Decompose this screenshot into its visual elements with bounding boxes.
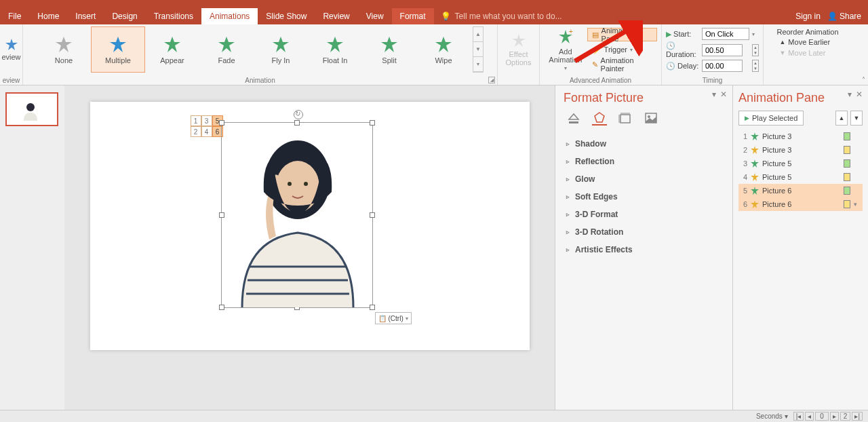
chevron-down-icon: ▾ <box>406 315 408 322</box>
tab-transitions[interactable]: Transitions <box>146 8 201 24</box>
animation-gallery[interactable]: NoneMultipleAppearFadeFly InFloat InSpli… <box>37 26 484 73</box>
section-shadow[interactable]: Shadow <box>564 135 724 153</box>
tab-review[interactable]: Review <box>315 8 357 24</box>
anim-list-item-4[interactable]: 4Picture 5 <box>738 170 863 184</box>
animation-order-tags: 1 3 5 2 4 6 <box>191 115 223 137</box>
anim-list-item-3[interactable]: 3Picture 5 <box>738 157 863 170</box>
pane-options-icon[interactable]: ▾ <box>712 90 716 99</box>
svg-marker-34 <box>751 200 759 208</box>
share-icon: 👤 <box>827 12 837 21</box>
animation-multiple[interactable]: Multiple <box>91 26 145 73</box>
tab-format[interactable]: Format <box>392 8 434 24</box>
tab-file[interactable]: File <box>0 8 29 24</box>
timeline-nav[interactable]: |◂ ◂ 0 ▸ 2 ▸| <box>793 412 863 421</box>
section-glow[interactable]: Glow <box>564 170 724 188</box>
animation-none[interactable]: None <box>37 26 91 73</box>
lightbulb-icon: 💡 <box>441 12 451 21</box>
tab-home[interactable]: Home <box>29 8 67 24</box>
animation-group-label: Animation <box>23 77 497 84</box>
size-props-icon[interactable] <box>618 111 633 126</box>
start-dropdown-arrow[interactable]: ▾ <box>752 31 759 37</box>
tab-animations[interactable]: Animations <box>201 8 258 24</box>
trigger-icon: ⚡ <box>592 45 601 54</box>
fill-line-icon[interactable] <box>566 111 581 126</box>
section-soft-edges[interactable]: Soft Edges <box>564 188 724 206</box>
preview-button[interactable]: eview <box>1 26 22 73</box>
animation-fly-in[interactable]: Fly In <box>254 26 308 73</box>
start-dropdown[interactable] <box>702 28 749 40</box>
effects-icon[interactable] <box>592 111 607 126</box>
section-3-d-format[interactable]: 3-D Format <box>564 206 724 223</box>
preview-group-label: eview <box>0 77 22 84</box>
animation-float-in[interactable]: Float In <box>308 26 362 73</box>
slide-thumbnail-1[interactable] <box>5 92 58 126</box>
play-icon: ▶ <box>745 115 749 121</box>
section-artistic-effects[interactable]: Artistic Effects <box>564 241 724 258</box>
animation-list: 1Picture 32Picture 33Picture 54Picture 5… <box>738 130 863 211</box>
slide-canvas-area[interactable]: 1 3 5 2 4 6 <box>64 85 555 410</box>
section-3-d-rotation[interactable]: 3-D Rotation <box>564 223 724 241</box>
move-down-button[interactable]: ▼ <box>850 111 863 126</box>
resize-handle-tr[interactable] <box>370 120 375 126</box>
tab-design[interactable]: Design <box>104 8 145 24</box>
tab-insert[interactable]: Insert <box>67 8 104 24</box>
tell-me-placeholder: Tell me what you want to do... <box>455 12 562 21</box>
trigger-button[interactable]: ⚡ Trigger▾ <box>587 43 657 56</box>
delay-label: 🕓 Delay: <box>666 62 699 71</box>
pane-options-icon[interactable]: ▾ <box>848 90 852 99</box>
animation-fade[interactable]: Fade <box>199 26 254 73</box>
svg-marker-2 <box>110 37 126 52</box>
paste-options-popup[interactable]: 📋 (Ctrl) ▾ <box>375 312 412 324</box>
animation-split[interactable]: Split <box>362 26 416 73</box>
tab-view[interactable]: View <box>358 8 392 24</box>
animation-pane-button[interactable]: ▤ Animation Pane <box>587 28 657 41</box>
format-picture-title: Format Picture <box>564 91 724 105</box>
anim-tag-4[interactable]: 4 <box>201 126 212 137</box>
animation-wipe[interactable]: Wipe <box>416 26 471 73</box>
anim-tag-3[interactable]: 3 <box>201 115 212 126</box>
svg-marker-23 <box>595 113 604 122</box>
anim-tag-1[interactable]: 1 <box>191 115 201 126</box>
collapse-ribbon-icon[interactable]: ˄ <box>862 76 865 83</box>
close-icon[interactable]: ✕ <box>856 90 863 99</box>
duration-label: 🕓 Duration: <box>666 41 699 58</box>
rotation-handle[interactable] <box>294 110 303 119</box>
delay-input[interactable] <box>702 60 743 72</box>
delay-spinner[interactable]: ▲▼ <box>752 60 759 72</box>
add-animation-button[interactable]: + Add Animation▾ <box>544 26 587 73</box>
picture-icon[interactable] <box>644 111 658 126</box>
tell-me-search[interactable]: 💡 Tell me what you want to do... <box>434 8 562 24</box>
play-selected-button[interactable]: ▶Play Selected <box>738 111 804 126</box>
anim-list-item-5[interactable]: 5Picture 6 <box>738 184 863 197</box>
advanced-group-label: Advanced Animation <box>540 77 661 84</box>
anim-list-item-2[interactable]: 2Picture 3 <box>738 143 863 157</box>
svg-marker-33 <box>751 187 759 195</box>
move-up-button[interactable]: ▲ <box>835 111 848 126</box>
anim-tag-2[interactable]: 2 <box>191 126 201 137</box>
move-earlier-button[interactable]: ▲Move Earlier <box>776 37 838 47</box>
slide-thumbnails <box>0 85 64 410</box>
signin-link[interactable]: Sign in <box>795 12 821 21</box>
clipboard-icon: 📋 <box>378 315 387 322</box>
svg-rect-22 <box>569 121 578 123</box>
seconds-label[interactable]: Seconds ▾ <box>756 413 788 420</box>
svg-marker-6 <box>327 37 343 52</box>
gallery-scroll[interactable]: ▲▼▾ <box>473 26 484 73</box>
resize-handle-tl[interactable] <box>219 120 224 126</box>
anim-list-item-1[interactable]: 1Picture 3 <box>738 130 863 143</box>
duration-spinner[interactable]: ▲▼ <box>752 44 759 56</box>
close-icon[interactable]: ✕ <box>720 90 727 99</box>
anim-list-item-6[interactable]: 6Picture 6▾ <box>738 197 863 211</box>
picture-selection-box[interactable] <box>221 122 373 308</box>
preview-star-icon <box>5 38 18 52</box>
add-animation-icon: + <box>557 28 574 46</box>
animation-group-launcher[interactable]: ◢ <box>488 77 495 83</box>
share-button[interactable]: 👤Share <box>827 12 861 21</box>
animation-painter-button[interactable]: ✎ Animation Painter <box>587 58 657 71</box>
animation-appear[interactable]: Appear <box>145 26 199 73</box>
section-reflection[interactable]: Reflection <box>564 153 724 170</box>
tab-slideshow[interactable]: Slide Show <box>258 8 315 24</box>
resize-handle-tm[interactable] <box>294 120 300 126</box>
svg-point-12 <box>26 103 35 111</box>
duration-input[interactable] <box>702 44 743 56</box>
